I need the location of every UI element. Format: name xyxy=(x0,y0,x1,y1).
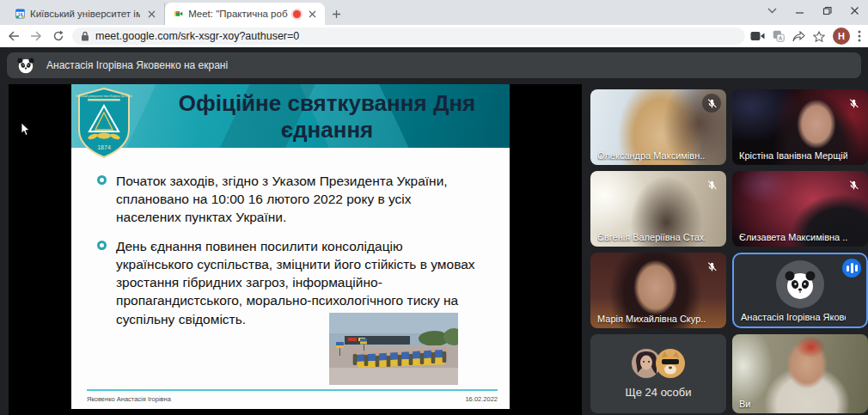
participant-name: Єлизавета Максимівна ... xyxy=(739,232,847,242)
participant-name: Ви xyxy=(739,399,847,409)
slide-date: 16.02.2022 xyxy=(465,395,498,403)
self-view-tile[interactable]: Ви xyxy=(732,334,868,413)
participant-tile[interactable]: Олександра Максимівн... xyxy=(590,89,726,165)
bullet-text: Початок заходів, згідно з Указом Президе… xyxy=(116,172,477,226)
mic-muted-icon xyxy=(844,175,863,194)
participant-name: Олександра Максимівн... xyxy=(597,150,706,161)
back-button[interactable] xyxy=(5,27,22,45)
logo-university-name: Київський університет імені Бориса Грінч… xyxy=(76,95,132,98)
browser-menu-icon[interactable] xyxy=(858,30,861,42)
overflow-avatars xyxy=(632,349,685,378)
tab-strip: 16 Київський університет імені Бор Meet:… xyxy=(0,0,868,25)
tab-search-chevron-icon[interactable] xyxy=(758,0,785,21)
meet-content: Офіційне святкування Дня єднання Київськ… xyxy=(0,84,868,415)
more-participants-label: Ще 24 особи xyxy=(626,386,692,399)
participant-name: Анастасія Ігорівна Якове... xyxy=(741,312,846,322)
browser-action-icons: H xyxy=(750,27,863,45)
mic-muted-icon xyxy=(702,257,721,276)
forward-button[interactable] xyxy=(28,27,45,45)
slide-author: Яковенко Анастасія Ігорівна xyxy=(87,395,171,403)
minimize-button[interactable] xyxy=(785,0,813,21)
logo-year: 1874 xyxy=(97,144,111,150)
tab-university[interactable]: 16 Київський університет імені Бор xyxy=(7,3,165,25)
bullet-ring-icon xyxy=(97,175,107,185)
camera-indicator-icon[interactable] xyxy=(750,31,765,41)
participant-tile[interactable]: Крістіна Іванівна Мерщій xyxy=(732,89,868,165)
url-text: meet.google.com/srk-xsgr-xoy?authuser=0 xyxy=(95,30,299,42)
share-icon[interactable] xyxy=(792,31,805,42)
bullet-item: Початок заходів, згідно з Указом Президе… xyxy=(97,172,477,226)
participant-name: Марія Михайлівна Скур... xyxy=(597,314,706,324)
cat-avatar-icon xyxy=(656,349,685,378)
tab-title: Meet: "Практична робота N xyxy=(188,9,288,19)
screen-share-area: Офіційне святкування Дня єднання Київськ… xyxy=(9,84,582,415)
close-window-button[interactable] xyxy=(840,0,868,21)
participant-name: Євгенія Валеріївна Стах... xyxy=(597,232,706,242)
tab-title: Київський університет імені Бор xyxy=(30,9,140,19)
translate-icon[interactable] xyxy=(773,30,785,42)
participant-tile[interactable]: Євгенія Валеріївна Стах... xyxy=(590,171,726,247)
bullet-ring-icon xyxy=(97,241,107,250)
slide-photo-flag-march xyxy=(329,313,458,385)
calendar-favicon-icon: 16 xyxy=(15,8,25,20)
panda-avatar-icon xyxy=(16,56,35,75)
favicon-day-number: 16 xyxy=(17,12,22,17)
participant-tile-active-speaker[interactable]: Анастасія Ігорівна Якове... xyxy=(732,253,868,328)
meet-page: Анастасія Ігорівна Яковенко на екрані Оф… xyxy=(0,47,868,415)
bookmark-star-icon[interactable] xyxy=(813,31,825,42)
university-logo: Київський університет імені Бориса Грінч… xyxy=(76,87,132,159)
tab-close-icon[interactable] xyxy=(145,8,157,20)
presenting-banner: Анастасія Ігорівна Яковенко на екрані xyxy=(7,52,861,78)
participant-grid: Олександра Максимівн... Крістіна Іванівн… xyxy=(582,89,868,415)
mouse-cursor-icon xyxy=(21,122,31,137)
address-bar: meet.google.com/srk-xsgr-xoy?authuser=0 … xyxy=(0,25,868,47)
meet-favicon-icon xyxy=(174,8,183,20)
participant-tile[interactable]: Марія Михайлівна Скур... xyxy=(590,253,726,328)
panda-avatar-icon xyxy=(783,267,817,302)
avatar-circle xyxy=(776,260,824,308)
tab-close-icon[interactable] xyxy=(306,8,318,20)
reload-button[interactable] xyxy=(50,27,67,45)
profile-avatar[interactable]: H xyxy=(833,27,850,45)
mic-muted-icon xyxy=(844,94,863,113)
mic-muted-icon xyxy=(702,94,721,113)
more-participants-tile[interactable]: Ще 24 особи xyxy=(590,334,726,413)
participant-name: Крістіна Іванівна Мерщій xyxy=(739,150,847,161)
mic-muted-icon xyxy=(702,175,721,194)
presenting-banner-text: Анастасія Ігорівна Яковенко на екрані xyxy=(46,59,228,71)
lock-icon xyxy=(81,31,89,41)
window-controls xyxy=(758,0,868,25)
slide-title: Офіційне святкування Дня єднання xyxy=(153,90,501,143)
recording-indicator-icon xyxy=(293,10,301,18)
plus-icon xyxy=(332,9,341,19)
slide-footer: Яковенко Анастасія Ігорівна 16.02.2022 xyxy=(87,389,498,403)
participant-tile[interactable]: Єлизавета Максимівна ... xyxy=(732,171,868,247)
speaking-indicator-icon xyxy=(842,259,861,278)
url-input[interactable]: meet.google.com/srk-xsgr-xoy?authuser=0 xyxy=(72,27,745,45)
new-tab-button[interactable] xyxy=(325,3,347,25)
tab-meet[interactable]: Meet: "Практична робота N xyxy=(165,3,325,25)
browser-window: 16 Київський університет імені Бор Meet:… xyxy=(0,0,868,415)
presentation-slide: Офіційне святкування Дня єднання Київськ… xyxy=(71,84,510,409)
restore-button[interactable] xyxy=(813,0,840,21)
